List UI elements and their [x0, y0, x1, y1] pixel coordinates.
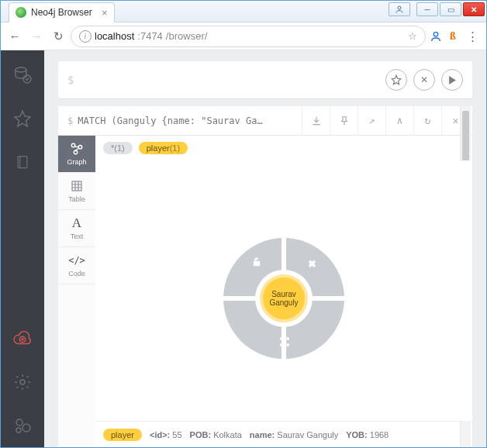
- svg-point-6: [20, 380, 25, 384]
- tab-title: Neo4j Browser: [31, 7, 92, 18]
- svg-point-12: [74, 150, 78, 154]
- result-frame: $ MATCH (Ganguly {name: "Saurav Ganguly"…: [58, 106, 472, 447]
- favorites-star-icon[interactable]: [12, 108, 33, 129]
- cloud-alert-icon[interactable]: [12, 328, 33, 350]
- extension-icon-2[interactable]: ß: [446, 29, 460, 43]
- close-tab-icon[interactable]: ×: [102, 7, 108, 19]
- window-titlebar: Neo4j Browser × ─ ▭ ✕: [1, 1, 486, 22]
- result-prompt: $: [67, 115, 73, 126]
- editor-run-button[interactable]: [441, 69, 463, 91]
- minimize-button[interactable]: ─: [416, 2, 438, 16]
- nav-forward-button[interactable]: →: [27, 27, 46, 46]
- url-input[interactable]: i localhost:7474/browser/ ☆: [71, 26, 426, 47]
- cypher-editor[interactable]: $ ✕: [58, 61, 472, 98]
- view-text[interactable]: A Text: [58, 210, 95, 247]
- extension-icon-1[interactable]: [429, 29, 443, 43]
- view-table[interactable]: Table: [58, 173, 95, 210]
- footer-label-badge[interactable]: player: [103, 429, 142, 441]
- svg-rect-13: [72, 181, 81, 191]
- expand-icon[interactable]: ↗: [357, 106, 385, 136]
- nav-back-button[interactable]: ←: [5, 27, 24, 46]
- result-query-text: MATCH (Ganguly {name: "Saurav Ganguly",…: [78, 115, 264, 126]
- bookmark-star-icon[interactable]: ☆: [408, 30, 417, 42]
- view-code[interactable]: </> Code: [58, 247, 95, 284]
- rerun-icon[interactable]: ↻: [413, 106, 441, 136]
- view-graph[interactable]: Graph: [58, 136, 95, 173]
- close-window-button[interactable]: ✕: [463, 2, 485, 16]
- svg-point-2: [16, 67, 26, 72]
- node-details-footer: player <id>: 55 POB: Kolkata name: Saura…: [95, 421, 472, 447]
- graph-node[interactable]: Saurav Ganguly: [260, 274, 308, 322]
- svg-point-1: [433, 32, 437, 36]
- url-host: localhost: [95, 30, 134, 42]
- node-context-menu: ✖ Saurav Ganguly: [223, 238, 344, 359]
- maximize-button[interactable]: ▭: [440, 2, 461, 16]
- left-sidebar: [1, 50, 44, 447]
- legend-player[interactable]: player(1): [139, 142, 188, 154]
- url-path: /browser/: [166, 30, 207, 42]
- browser-menu-button[interactable]: ⋮: [463, 27, 482, 46]
- view-switcher: Graph Table A Text </> Code: [58, 136, 95, 447]
- nav-reload-button[interactable]: ↻: [49, 27, 67, 46]
- browser-tab[interactable]: Neo4j Browser ×: [9, 2, 115, 22]
- svg-point-9: [16, 428, 21, 432]
- editor-favorite-button[interactable]: [385, 69, 407, 91]
- user-icon[interactable]: [389, 2, 410, 16]
- dismiss-icon[interactable]: ✖: [308, 258, 316, 270]
- legend-all[interactable]: *(1): [103, 142, 133, 154]
- svg-point-0: [398, 6, 401, 9]
- documents-icon[interactable]: [12, 151, 33, 173]
- editor-clear-button[interactable]: ✕: [413, 69, 435, 91]
- download-icon[interactable]: [302, 106, 330, 136]
- unlock-icon[interactable]: [251, 257, 262, 270]
- collapse-up-icon[interactable]: ∧: [385, 106, 413, 136]
- expand-node-icon[interactable]: [279, 336, 290, 350]
- settings-gear-icon[interactable]: [12, 371, 33, 393]
- neo4j-favicon: [16, 7, 26, 18]
- svg-point-7: [16, 419, 22, 426]
- svg-point-8: [22, 424, 30, 432]
- site-info-icon[interactable]: i: [79, 30, 92, 43]
- pin-icon[interactable]: [330, 106, 357, 136]
- graph-canvas[interactable]: ✖ Saurav Ganguly: [95, 160, 472, 421]
- database-icon[interactable]: [12, 64, 33, 86]
- svg-rect-4: [18, 157, 27, 168]
- url-port: :7474: [137, 30, 163, 42]
- editor-prompt: $: [67, 74, 74, 86]
- about-neo4j-icon[interactable]: [12, 415, 33, 436]
- address-bar: ← → ↻ i localhost:7474/browser/ ☆ ß ⋮: [1, 22, 486, 50]
